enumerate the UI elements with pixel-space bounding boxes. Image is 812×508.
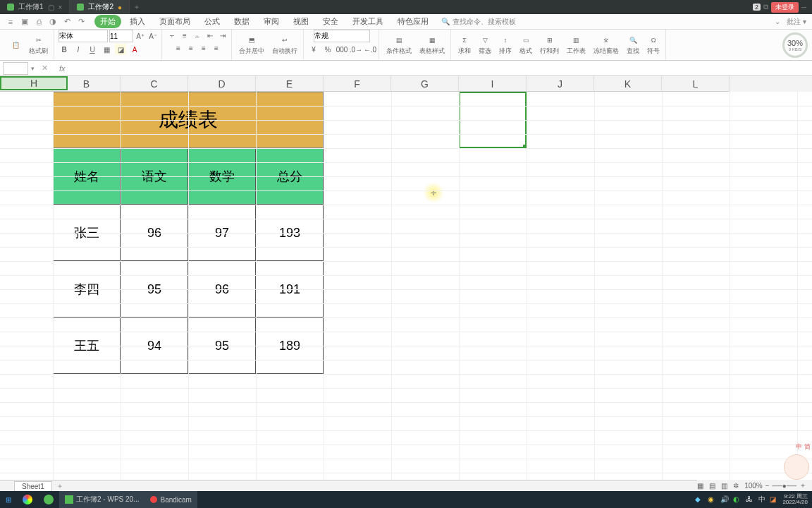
tray-volume-icon[interactable]: 🔊: [720, 495, 729, 504]
zoom-slider[interactable]: ──●──: [773, 482, 796, 490]
border-icon[interactable]: ▦: [101, 44, 112, 55]
tray-icon[interactable]: ◐: [733, 495, 742, 504]
freeze-icon[interactable]: ※: [601, 35, 612, 46]
col-header[interactable]: K: [594, 76, 662, 92]
view-normal-icon[interactable]: ▦: [697, 482, 703, 490]
close-icon[interactable]: ×: [59, 4, 63, 11]
align-mid-icon[interactable]: ≡: [179, 30, 190, 41]
window-min-icon[interactable]: ─: [801, 4, 806, 11]
mascot-icon[interactable]: [784, 454, 809, 480]
dec-dec-icon[interactable]: ←.0: [364, 44, 376, 55]
align-center-icon[interactable]: ≡: [185, 42, 197, 54]
ribbon-tab-formula[interactable]: 公式: [199, 15, 226, 28]
col-header[interactable]: J: [527, 76, 594, 92]
spreadsheet-grid[interactable]: ABCDEFGHIJKL ✛ 成绩表 姓名 语文 数学 总分 张三 96 97 …: [0, 76, 812, 480]
decrease-font-icon[interactable]: A⁻: [147, 30, 159, 42]
add-sheet-button[interactable]: ＋: [52, 481, 68, 491]
increase-font-icon[interactable]: A⁺: [135, 30, 146, 42]
font-name-select[interactable]: [59, 30, 108, 42]
fx-cancel-icon[interactable]: ✕: [35, 64, 55, 73]
percent-icon[interactable]: %: [322, 44, 333, 55]
window-tab[interactable]: 工作簿2 ●: [70, 0, 130, 14]
sheet-icon[interactable]: ▥: [571, 35, 582, 46]
tray-icon[interactable]: ◪: [770, 495, 778, 504]
formula-input[interactable]: [70, 62, 812, 75]
format-painter-label[interactable]: 格式刷: [29, 47, 48, 56]
start-button[interactable]: ⊞: [0, 491, 17, 508]
cells-area[interactable]: ✛ 成绩表 姓名 语文 数学 总分 张三 96 97 193 李四 95 96 …: [0, 92, 812, 480]
align-top-icon[interactable]: ⫟: [166, 30, 178, 41]
redo-icon[interactable]: ↷: [76, 17, 86, 27]
align-right-icon[interactable]: ≡: [198, 42, 209, 54]
chevron-down-icon[interactable]: ▾: [803, 18, 806, 25]
zoom-out-icon[interactable]: −: [765, 482, 770, 490]
cut-icon[interactable]: ✂: [33, 35, 44, 46]
font-size-select[interactable]: [109, 30, 133, 42]
taskbar-app[interactable]: [38, 491, 59, 508]
cond-format-icon[interactable]: ▤: [393, 35, 405, 46]
annotate-button[interactable]: 批注: [787, 18, 801, 25]
col-header[interactable]: L: [662, 76, 730, 92]
italic-icon[interactable]: I: [73, 44, 84, 55]
comma-icon[interactable]: 000: [336, 44, 347, 55]
view-page-icon[interactable]: ▤: [709, 482, 715, 490]
taskbar-app[interactable]: Bandicam: [144, 491, 197, 508]
tray-icon[interactable]: ◆: [695, 495, 703, 504]
filter-icon[interactable]: ▽: [479, 35, 491, 46]
indent-inc-icon[interactable]: ⇥: [217, 30, 228, 41]
table-style-icon[interactable]: ▦: [426, 35, 438, 46]
tray-network-icon[interactable]: 🖧: [746, 495, 754, 504]
align-justify-icon[interactable]: ≡: [211, 42, 222, 54]
undo-icon[interactable]: ↶: [62, 17, 72, 27]
side-toggle[interactable]: 申 简: [796, 442, 811, 452]
number-format-select[interactable]: [314, 30, 370, 42]
cloud-icon[interactable]: ⧉: [763, 3, 768, 11]
merge-icon[interactable]: ⬒: [246, 35, 257, 46]
notif-badge[interactable]: 2: [753, 4, 761, 11]
window-tab[interactable]: 工作簿1 ▢ ×: [0, 0, 70, 14]
fill-color-icon[interactable]: ◪: [115, 44, 126, 55]
col-header[interactable]: E: [256, 76, 324, 92]
sheet-tab[interactable]: Sheet1: [14, 481, 52, 491]
tray-ime[interactable]: 中: [758, 495, 765, 504]
ribbon-tab-insert[interactable]: 插入: [124, 15, 151, 28]
align-left-icon[interactable]: ≡: [173, 42, 184, 54]
taskbar-clock[interactable]: 9:22 周三 2022/4/20: [782, 494, 808, 505]
new-tab-button[interactable]: ＋: [130, 2, 144, 12]
ribbon-tab-special[interactable]: 特色应用: [392, 15, 434, 28]
zoom-in-icon[interactable]: ＋: [799, 480, 806, 490]
taskbar-app[interactable]: [17, 491, 38, 508]
symbol-icon[interactable]: Ω: [648, 35, 659, 46]
font-color-icon[interactable]: A: [129, 44, 140, 55]
align-bot-icon[interactable]: ⫠: [192, 30, 203, 41]
rowcol-icon[interactable]: ⊞: [544, 35, 555, 46]
view-settings-icon[interactable]: ✲: [733, 482, 739, 490]
save-icon[interactable]: ▣: [20, 17, 30, 27]
collapse-ribbon-icon[interactable]: ⌄: [775, 18, 780, 25]
print-icon[interactable]: ⎙: [34, 17, 44, 27]
wrap-icon[interactable]: ↩: [279, 35, 290, 46]
view-break-icon[interactable]: ▥: [721, 482, 727, 490]
ribbon-tab-layout[interactable]: 页面布局: [154, 15, 196, 28]
tray-icon[interactable]: ◉: [708, 495, 716, 504]
col-header[interactable]: I: [459, 76, 527, 92]
fx-label[interactable]: fx: [55, 64, 70, 73]
ribbon-tab-dev[interactable]: 开发工具: [347, 15, 389, 28]
ribbon-tab-review[interactable]: 审阅: [258, 15, 285, 28]
sum-icon[interactable]: Σ: [459, 35, 470, 46]
underline-icon[interactable]: U: [87, 44, 98, 55]
tab-restore-icon[interactable]: ▢: [48, 4, 54, 11]
ribbon-tab-view[interactable]: 视图: [288, 15, 314, 28]
currency-icon[interactable]: ¥: [308, 44, 319, 55]
login-button[interactable]: 未登录: [771, 2, 799, 13]
col-header[interactable]: H: [0, 76, 68, 90]
taskbar-app[interactable]: 工作簿2 - WPS 20...: [59, 491, 144, 508]
ribbon-tab-data[interactable]: 数据: [228, 15, 255, 28]
ribbon-tab-security[interactable]: 安全: [317, 15, 344, 28]
indent-dec-icon[interactable]: ⇤: [204, 30, 216, 41]
format-icon[interactable]: ▭: [520, 35, 531, 46]
name-box[interactable]: [3, 62, 28, 75]
col-header[interactable]: G: [391, 76, 459, 92]
preview-icon[interactable]: ◑: [48, 17, 58, 27]
col-header[interactable]: F: [324, 76, 391, 92]
